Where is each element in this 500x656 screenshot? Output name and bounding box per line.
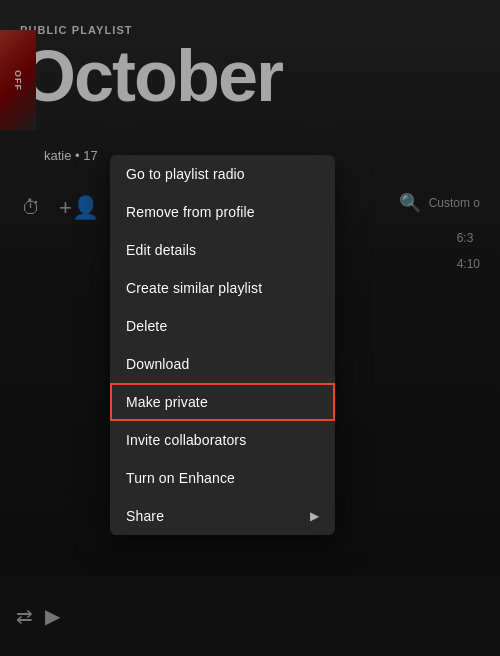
menu-item-make-private[interactable]: Make private [110, 383, 335, 421]
share-arrow-icon: ▶ [310, 509, 319, 523]
menu-item-invite-collaborators[interactable]: Invite collaborators [110, 421, 335, 459]
menu-item-remove-from-profile[interactable]: Remove from profile [110, 193, 335, 231]
menu-item-delete[interactable]: Delete [110, 307, 335, 345]
menu-item-download[interactable]: Download [110, 345, 335, 383]
menu-item-edit-details[interactable]: Edit details [110, 231, 335, 269]
context-menu: Go to playlist radio Remove from profile… [110, 155, 335, 535]
menu-item-go-to-playlist-radio[interactable]: Go to playlist radio [110, 155, 335, 193]
menu-item-share[interactable]: Share ▶ [110, 497, 335, 535]
menu-item-create-similar-playlist[interactable]: Create similar playlist [110, 269, 335, 307]
menu-item-turn-on-enhance[interactable]: Turn on Enhance [110, 459, 335, 497]
